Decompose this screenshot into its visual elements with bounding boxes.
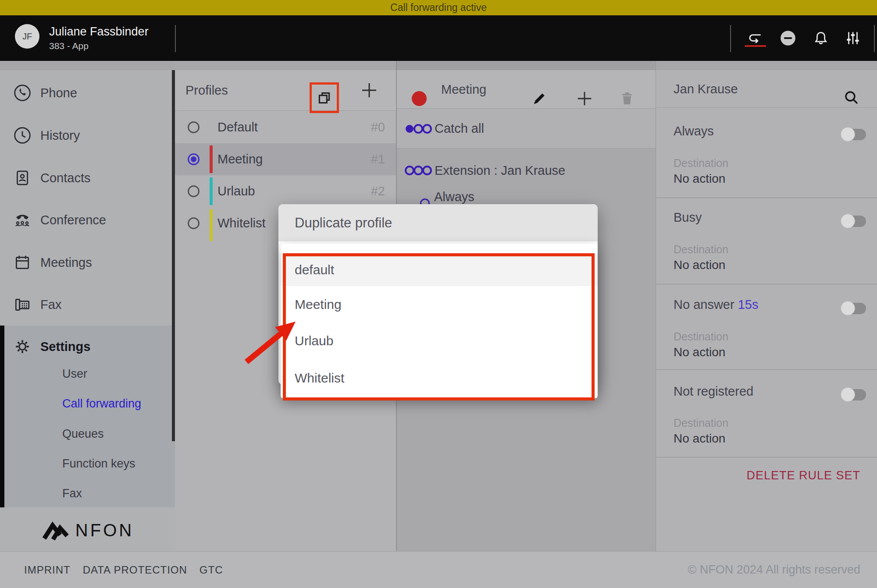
rule-label: Extension : Jan Krause bbox=[435, 149, 565, 192]
do-not-disturb-icon[interactable] bbox=[778, 28, 798, 48]
profile-row-urlaub[interactable]: Urlaub #2 bbox=[175, 175, 396, 207]
nfon-logo: NFON bbox=[0, 513, 175, 548]
annotation-arrow bbox=[241, 309, 311, 368]
sidebar-item-label: Settings bbox=[40, 340, 90, 354]
clock-icon bbox=[13, 126, 32, 145]
section-label: Busy bbox=[674, 210, 702, 225]
gtc-link[interactable]: GTC bbox=[200, 564, 223, 576]
trash-icon[interactable] bbox=[618, 90, 636, 107]
delete-rule-set-button[interactable]: DELETE RULE SET bbox=[746, 469, 860, 482]
active-icon-underline bbox=[745, 45, 766, 47]
sidebar-item-label: Fax bbox=[40, 298, 61, 312]
section-label: Always bbox=[674, 124, 714, 138]
toggle-knob bbox=[841, 301, 855, 315]
avatar[interactable]: JF bbox=[15, 24, 39, 49]
toggle-knob bbox=[841, 214, 855, 228]
gear-icon bbox=[13, 337, 32, 356]
fax-icon bbox=[13, 295, 32, 314]
sidebar-item-contacts[interactable]: Contacts bbox=[0, 164, 175, 192]
divider bbox=[730, 25, 731, 52]
add-rule-button[interactable] bbox=[575, 89, 594, 108]
search-icon[interactable] bbox=[843, 89, 860, 106]
destination-value[interactable]: No action bbox=[674, 172, 725, 186]
subnav-label: Queues bbox=[62, 427, 104, 441]
divider bbox=[656, 457, 877, 457]
sidebar-item-settings[interactable]: Settings bbox=[0, 333, 175, 360]
app-header: JF Juliane Fassbinder 383 - App bbox=[0, 15, 877, 61]
toggle-always[interactable] bbox=[841, 127, 866, 142]
radio-checked-icon[interactable] bbox=[188, 153, 200, 165]
sidebar-item-function-keys[interactable]: Function keys bbox=[62, 455, 172, 472]
detail-title: Jan Krause bbox=[674, 70, 738, 108]
sidebar-item-label: Contacts bbox=[40, 171, 90, 185]
sidebar-scrollbar[interactable] bbox=[172, 70, 175, 441]
calendar-icon bbox=[13, 253, 32, 272]
annotation-rectangle bbox=[283, 253, 595, 400]
sidebar-item-meetings[interactable]: Meetings bbox=[0, 248, 175, 276]
pencil-icon[interactable] bbox=[531, 90, 548, 107]
subnav-label: Fax bbox=[62, 487, 82, 500]
profile-label: Urlaub bbox=[217, 175, 255, 207]
radio-unchecked-icon[interactable] bbox=[188, 121, 200, 133]
sidebar-item-fax-settings[interactable]: Fax bbox=[62, 485, 172, 502]
profile-label: Whitelist bbox=[217, 207, 266, 239]
settings-section: Settings User Call forwarding Queues Fun… bbox=[0, 326, 175, 507]
sidebar-item-history[interactable]: History bbox=[0, 121, 175, 149]
radio-unchecked-icon[interactable] bbox=[188, 217, 200, 229]
sidebar-item-label: Phone bbox=[40, 86, 77, 100]
duplicate-icon[interactable] bbox=[317, 90, 332, 106]
app-window: Call forwarding active JF Juliane Fassbi… bbox=[0, 0, 877, 588]
sidebar: Phone History Contacts bbox=[0, 61, 175, 551]
profile-number: #2 bbox=[371, 175, 385, 207]
sidebar-item-call-forwarding[interactable]: Call forwarding bbox=[62, 395, 172, 412]
nfon-logo-icon bbox=[41, 519, 70, 541]
sidebar-item-label: History bbox=[40, 128, 80, 143]
toggle-knob bbox=[841, 387, 855, 402]
annotation-highlight-box bbox=[310, 82, 339, 113]
panel-top-shadow bbox=[0, 61, 877, 70]
sidebar-item-label: Conference bbox=[40, 213, 106, 227]
phone-icon bbox=[13, 84, 32, 102]
destination-value[interactable]: No action bbox=[674, 432, 725, 446]
radio-unchecked-icon[interactable] bbox=[188, 185, 200, 197]
sidebar-item-phone[interactable]: Phone bbox=[0, 79, 175, 107]
user-extension: 383 - App bbox=[49, 41, 89, 51]
sidebar-item-queues[interactable]: Queues bbox=[62, 425, 172, 443]
sliders-icon[interactable] bbox=[843, 28, 863, 48]
profile-label: Meeting bbox=[217, 143, 263, 175]
subnav-label: Function keys bbox=[62, 457, 135, 471]
dialog-title: Duplicate profile bbox=[295, 204, 392, 241]
avatar-initials: JF bbox=[22, 32, 32, 42]
toggle-knob bbox=[841, 127, 855, 142]
rule-row-catch-all[interactable]: Catch all bbox=[397, 109, 656, 149]
sidebar-item-conference[interactable]: Conference bbox=[0, 206, 175, 234]
sidebar-item-fax[interactable]: Fax bbox=[0, 290, 175, 319]
catch-all-icon bbox=[405, 123, 433, 135]
contact-card-icon bbox=[13, 169, 32, 187]
destination-label: Destination bbox=[674, 157, 728, 170]
conference-icon bbox=[13, 211, 32, 229]
profiles-title: Profiles bbox=[185, 70, 228, 111]
data-protection-link[interactable]: DATA PROTECTION bbox=[83, 564, 187, 576]
toggle-busy[interactable] bbox=[841, 214, 866, 229]
destination-value[interactable]: No action bbox=[674, 258, 725, 272]
toggle-no-answer[interactable] bbox=[841, 301, 866, 316]
destination-label: Destination bbox=[674, 417, 728, 429]
dialog-header: Duplicate profile bbox=[278, 204, 598, 241]
footer: IMPRINT DATA PROTECTION GTC © NFON 2024 … bbox=[0, 551, 877, 588]
section-label: Not registered bbox=[674, 384, 753, 399]
imprint-link[interactable]: IMPRINT bbox=[24, 564, 71, 576]
toggle-not-registered[interactable] bbox=[841, 387, 866, 402]
footer-links: IMPRINT DATA PROTECTION GTC bbox=[24, 552, 223, 588]
destination-value[interactable]: No action bbox=[674, 345, 725, 359]
divider bbox=[656, 198, 877, 198]
timeout-value[interactable]: 15s bbox=[738, 298, 759, 312]
destination-label: Destination bbox=[674, 330, 728, 343]
profile-row-default[interactable]: Default #0 bbox=[175, 111, 396, 143]
destination-label: Destination bbox=[674, 243, 728, 256]
bell-icon[interactable] bbox=[811, 28, 831, 48]
rule-label: Catch all bbox=[435, 109, 484, 148]
add-profile-button[interactable] bbox=[360, 81, 379, 100]
sidebar-item-user[interactable]: User bbox=[62, 365, 172, 383]
profile-row-meeting[interactable]: Meeting #1 bbox=[175, 143, 396, 175]
